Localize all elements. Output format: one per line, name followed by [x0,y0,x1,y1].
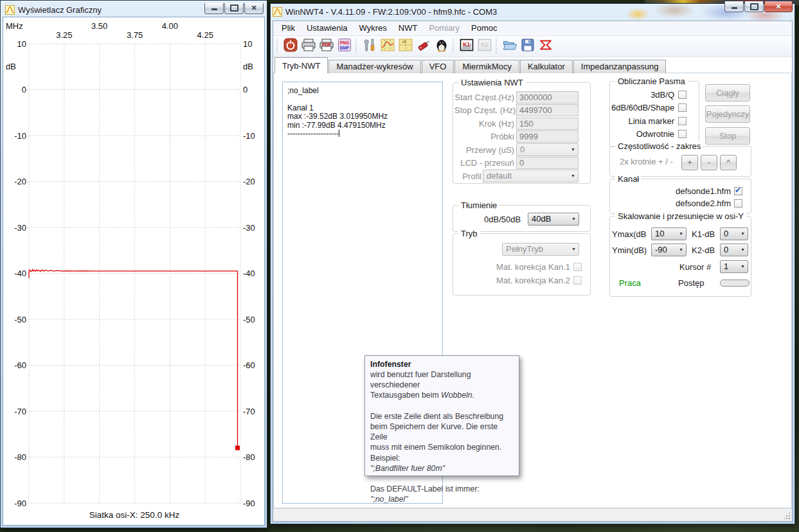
defsonde1-hfm-label: defsonde1.hfm [649,186,731,196]
k1-db-select[interactable]: 0▼ [720,227,748,240]
toolbar-export-image-button[interactable]: PNGBMP [336,37,354,55]
freq-caret-button[interactable]: ^ [720,155,737,170]
defsonde2-hfm-checkbox[interactable] [734,199,742,208]
toolbar-handle [276,39,279,54]
tab-tryb-nwt[interactable]: Tryb-NWT [274,57,328,73]
maximize-button[interactable] [224,3,244,14]
main-window-titlebar[interactable]: WinNWT4 - V.4.11.09 - FW:2.109:V00 - hfm… [273,4,793,21]
scaling-group: Skalowanie i przesunięcie w osi-Y Ymax(d… [609,216,751,297]
freq-minus-button[interactable]: - [701,155,717,170]
chevron-down-icon: ▼ [569,217,579,221]
toolbar-close-sweep-button[interactable] [537,37,555,55]
minimize-icon [732,7,737,9]
maximize-button[interactable] [744,1,764,12]
close-button[interactable]: ✕ [244,3,264,14]
correction-ch2-checkbox[interactable] [573,276,582,285]
toolbar-db-scale-button[interactable]: dB [397,37,415,55]
toolbar-print-button[interactable] [300,37,318,55]
minimize-button[interactable] [724,1,744,12]
maximize-icon [230,4,238,12]
ymax-value: 10 [655,229,664,238]
menu-item-pomoc[interactable]: Pomoc [465,22,503,34]
svg-text:-80: -80 [14,452,26,462]
tab-miermikmocy[interactable]: MiermikMocy [454,60,519,73]
tooltip-line: ";Bandfilter fuer 80m" [370,463,514,474]
attenuation-group: Tłumienie 0dB/50dB 40dB▼ [453,205,591,232]
menu-item-nwt[interactable]: NWT [393,22,424,34]
editor-line: min :-77.99dB 4.479150MHz [287,121,440,130]
toolbar-tux-button[interactable] [433,37,451,55]
pr-bki-field[interactable]: 9999 [516,130,579,143]
tab-kalkulator[interactable]: Kalkulator [520,60,573,73]
tooltip-line [370,474,514,484]
close-icon: ✕ [251,4,256,12]
editor-line [287,95,440,104]
ymin-select[interactable]: -90▼ [651,244,687,256]
menu-item-plik[interactable]: Plik [276,22,301,34]
chevron-down-icon: ▼ [676,247,686,252]
tab-manad-er-wykres-w[interactable]: Manadżer-wykresów [328,60,420,73]
attenuation-range-label: 0dB/50dB [484,215,521,224]
toolbar-print-pdf-button[interactable]: PDF [318,37,336,55]
k2-db-label: K2-dB [692,245,715,255]
chevron-down-icon: ▼ [738,231,748,236]
menu-item-pomiary[interactable]: Pomiary [423,22,465,34]
resize-grip[interactable] [783,512,791,520]
attenuation-select[interactable]: 40dB▼ [528,213,579,226]
toolbar-k2-correction-button[interactable]: K2 [476,37,494,55]
toolbar-save-file-button[interactable] [519,37,537,55]
freq-plus-button[interactable]: + [681,155,698,170]
toolbar-power-button[interactable] [282,37,300,55]
tooltip-line: Die erste Zeile dient als Beschreibung [370,411,514,421]
single-sweep-button[interactable]: Pojedynczy [705,105,750,123]
krok-hz-field[interactable]: 150 [516,118,579,130]
stop-sweep-button[interactable]: Stop [705,127,750,145]
3db-q-label: 3dB/Q [611,90,674,100]
profil-select[interactable]: default▼ [483,170,579,182]
stop-cz-st-hz-field[interactable]: 4499700 [516,104,579,116]
sweep-status-label: Praca [619,278,641,288]
continuous-sweep-button[interactable]: Ciągły [705,84,750,102]
profil-value: default [487,171,512,181]
sweep-graph-area: 101000-10-10-20-20-30-30-40-40-50-50-60-… [3,17,265,526]
svg-text:-10: -10 [14,131,26,141]
svg-text:-70: -70 [243,407,255,416]
winnwt4-window: WinNWT4 - V.4.11.09 - FW:2.109:V00 - hfm… [270,3,795,524]
menu-item-wykres[interactable]: Wykres [354,22,393,34]
editor-line: ;no_label [287,87,440,96]
defsonde1-hfm-checkbox[interactable] [734,187,742,195]
toolbar-open-file-button[interactable] [501,37,519,55]
toolbar-sweep-chart-button[interactable] [379,37,397,55]
status-bar [273,508,792,521]
tux-icon [434,37,449,55]
linia-marker-checkbox[interactable] [678,117,687,125]
przerwy-us-select[interactable]: 0▼ [516,143,579,156]
toolbar-swiss-knife-button[interactable] [415,37,433,55]
ymax-select[interactable]: 10▼ [651,227,687,240]
tooltip-line: Textausgaben beim Wobbeln. [370,390,514,400]
tab-impedanzanpassung[interactable]: Impedanzanpassung [573,60,667,73]
tab-vfo[interactable]: VFO [422,60,454,73]
attenuation-value: 40dB [532,214,551,224]
k2-db-select[interactable]: 0▼ [720,244,748,256]
toolbar-tools-button[interactable] [361,37,379,55]
odwrotnie-checkbox[interactable] [678,130,687,138]
3db-q-checkbox[interactable] [678,91,687,99]
minimize-button[interactable] [204,3,224,14]
tooltip-line: muss mit einem Semikolon beginnen. [370,442,514,452]
graph-display-window: Wyświetlacz Graficzny ✕ 101000-10-10-20-… [0,0,267,528]
graph-window-title: Wyświetlacz Graficzny [18,5,201,15]
odwrotnie-label: Odwrotnie [611,129,674,139]
mode-select[interactable]: PełnyTryb▼ [502,243,579,256]
graph-window-titlebar[interactable]: Wyświetlacz Graficzny ✕ [3,3,265,17]
toolbar-k1-correction-button[interactable]: K1 [458,37,476,55]
svg-text:-60: -60 [14,360,26,370]
close-button[interactable]: ✕ [764,1,793,12]
start-cz-st-hz-field[interactable]: 3000000 [516,91,579,103]
cursor-select[interactable]: 1▼ [720,260,748,273]
lcd-przesu-field[interactable]: 0 [516,157,579,169]
menu-item-ustawienia[interactable]: Ustawienia [301,22,354,34]
correction-ch1-checkbox[interactable] [573,263,582,271]
freq-range-group: Częstotliwość - zakres 2x krotnie + / - … [609,146,751,177]
6db-60db-shape-checkbox[interactable] [678,103,687,112]
